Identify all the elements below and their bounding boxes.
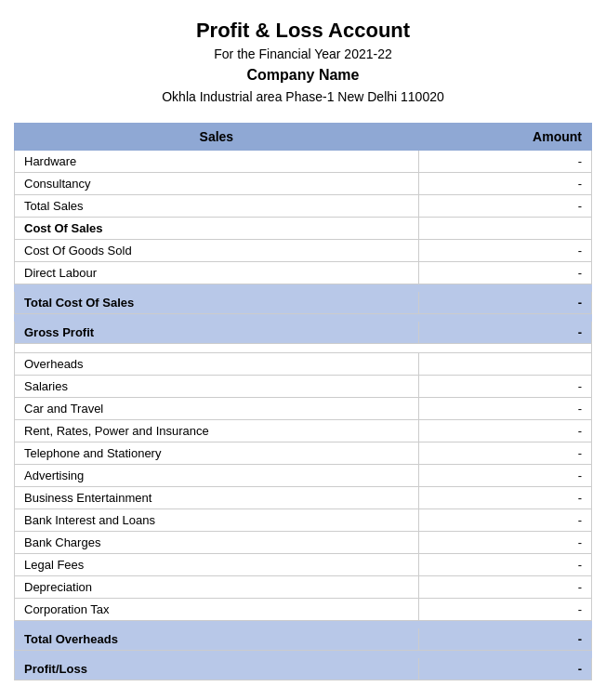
row-label: Bank Interest and Loans: [15, 509, 419, 532]
row-amount: -: [418, 576, 591, 599]
row-amount: -: [418, 658, 591, 680]
row-amount: [418, 218, 591, 240]
table-row: Cost Of Sales: [15, 218, 592, 240]
table-row: [15, 621, 592, 628]
table-row: Bank Interest and Loans-: [15, 509, 592, 532]
company-name: Company Name: [14, 67, 592, 84]
row-amount: -: [418, 262, 591, 284]
table-row: Bank Charges-: [15, 532, 592, 554]
row-label: Bank Charges: [15, 532, 419, 554]
table-row: Total Overheads-: [15, 628, 592, 651]
financial-year: For the Financial Year 2021-22: [14, 46, 592, 61]
table-row: Salaries-: [15, 376, 592, 398]
row-label: Salaries: [15, 376, 419, 398]
row-amount: -: [418, 442, 591, 465]
row-amount: -: [418, 465, 591, 487]
table-row: Depreciation-: [15, 576, 592, 599]
table-row: [15, 314, 592, 322]
row-label: Corporation Tax: [15, 599, 419, 621]
page-header: Profit & Loss Account For the Financial …: [14, 19, 592, 104]
table-row: Cost Of Goods Sold-: [15, 240, 592, 262]
row-amount: -: [418, 173, 591, 195]
row-amount: -: [418, 240, 591, 262]
row-label: Telephone and Stationery: [15, 442, 419, 465]
row-label: Total Sales: [15, 195, 419, 218]
row-amount: -: [418, 398, 591, 420]
row-amount: -: [418, 322, 591, 344]
spacer-cell: [15, 651, 592, 658]
row-amount: -: [418, 376, 591, 398]
table-row: Profit/Loss-: [15, 658, 592, 680]
row-amount: -: [418, 628, 591, 651]
table-row: Telephone and Stationery-: [15, 442, 592, 465]
table-row: Direct Labour-: [15, 262, 592, 284]
table-row: [15, 284, 592, 292]
table-row: Advertising-: [15, 465, 592, 487]
row-label: Rent, Rates, Power and Insurance: [15, 420, 419, 442]
table-row: [15, 651, 592, 658]
table-row: Overheads: [15, 353, 592, 376]
table-row: [15, 344, 592, 353]
row-label: Total Overheads: [15, 628, 419, 651]
row-amount: -: [418, 532, 591, 554]
row-amount: -: [418, 292, 591, 314]
row-amount: -: [418, 487, 591, 509]
row-label: Gross Profit: [15, 322, 419, 344]
row-label: Legal Fees: [15, 554, 419, 576]
company-address: Okhla Industrial area Phase-1 New Delhi …: [14, 89, 592, 104]
empty-cell: [15, 344, 592, 353]
row-amount: -: [418, 599, 591, 621]
table-row: Total Cost Of Sales-: [15, 292, 592, 314]
col-header-amount: Amount: [418, 124, 591, 151]
row-label: Depreciation: [15, 576, 419, 599]
row-amount: -: [418, 195, 591, 218]
col-header-sales: Sales: [15, 124, 419, 151]
spacer-cell: [15, 621, 592, 628]
row-label: Hardware: [15, 151, 419, 173]
table-row: Legal Fees-: [15, 554, 592, 576]
table-row: Car and Travel-: [15, 398, 592, 420]
row-amount: -: [418, 509, 591, 532]
row-label: Direct Labour: [15, 262, 419, 284]
row-label: Cost Of Sales: [15, 218, 419, 240]
spacer-cell: [15, 284, 592, 292]
row-amount: -: [418, 420, 591, 442]
spacer-cell: [15, 314, 592, 322]
row-label: Cost Of Goods Sold: [15, 240, 419, 262]
row-label: Consultancy: [15, 173, 419, 195]
row-label: Car and Travel: [15, 398, 419, 420]
table-row: Business Entertainment-: [15, 487, 592, 509]
row-amount: -: [418, 151, 591, 173]
page-title: Profit & Loss Account: [14, 19, 592, 43]
table-row: Total Sales-: [15, 195, 592, 218]
profit-loss-table: Sales Amount Hardware-Consultancy-Total …: [14, 123, 592, 680]
table-row: Hardware-: [15, 151, 592, 173]
row-label: Profit/Loss: [15, 658, 419, 680]
row-label: Overheads: [15, 353, 419, 376]
table-row: Corporation Tax-: [15, 599, 592, 621]
table-row: Gross Profit-: [15, 322, 592, 344]
table-row: Consultancy-: [15, 173, 592, 195]
row-label: Advertising: [15, 465, 419, 487]
table-row: Rent, Rates, Power and Insurance-: [15, 420, 592, 442]
row-amount: -: [418, 554, 591, 576]
row-amount: [418, 353, 591, 376]
row-label: Business Entertainment: [15, 487, 419, 509]
row-label: Total Cost Of Sales: [15, 292, 419, 314]
